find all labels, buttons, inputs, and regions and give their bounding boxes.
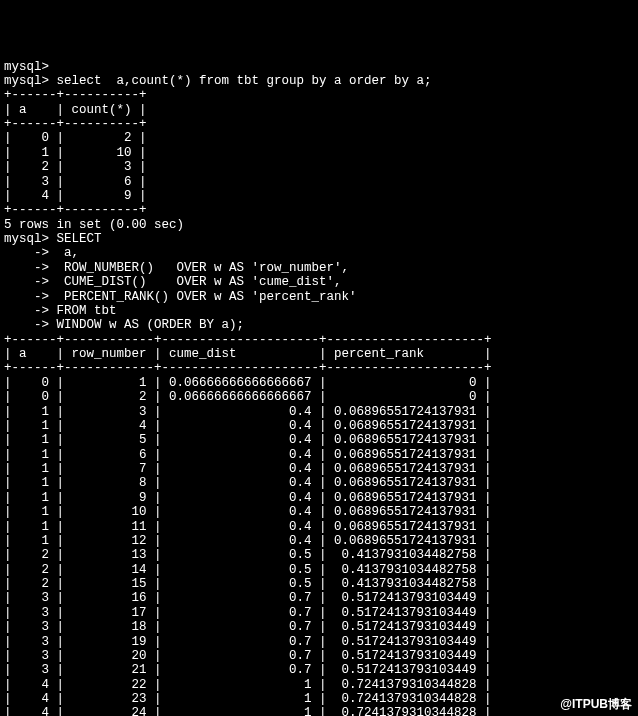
terminal-output: mysql> mysql> select a,count(*) from tbt… [4,60,634,717]
watermark-text: @ITPUB博客 [560,698,632,712]
